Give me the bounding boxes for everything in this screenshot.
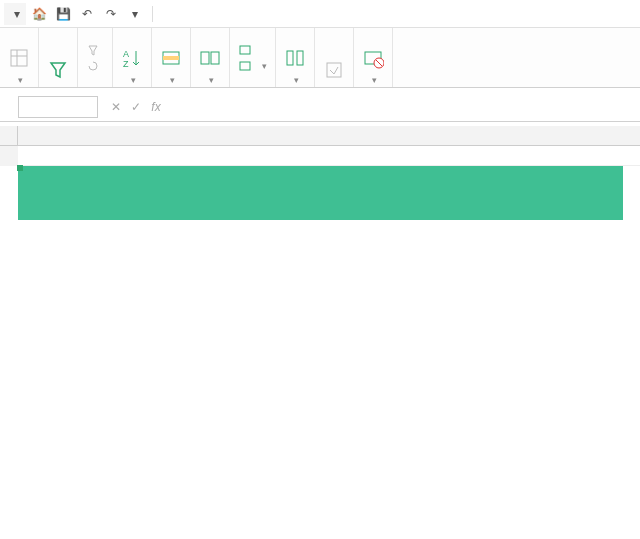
cells-area[interactable] bbox=[18, 146, 640, 166]
formula-input[interactable] bbox=[166, 96, 640, 118]
svg-rect-9 bbox=[240, 46, 250, 54]
title-banner bbox=[18, 166, 623, 220]
autofilter-button[interactable] bbox=[39, 28, 78, 87]
reapply-button[interactable] bbox=[86, 59, 104, 73]
delete-duplicates-button[interactable] bbox=[238, 43, 267, 57]
redo-icon[interactable]: ↷ bbox=[100, 3, 122, 25]
menubar: ▾ 🏠 💾 ↶ ↷ ▾ bbox=[0, 0, 640, 28]
show-all-button[interactable] bbox=[86, 43, 104, 57]
accept-formula-icon[interactable]: ✓ bbox=[126, 100, 146, 114]
svg-text:Z: Z bbox=[123, 59, 129, 69]
undo-icon[interactable]: ↶ bbox=[76, 3, 98, 25]
smart-fill-button[interactable] bbox=[315, 28, 354, 87]
formula-bar: ✕ ✓ fx bbox=[0, 92, 640, 122]
fx-icon[interactable]: fx bbox=[146, 100, 166, 114]
svg-rect-6 bbox=[163, 56, 179, 60]
svg-text:A: A bbox=[123, 49, 129, 59]
split-column-button[interactable] bbox=[276, 28, 315, 87]
row-headers[interactable] bbox=[0, 146, 18, 166]
save-icon[interactable]: 💾 bbox=[52, 3, 74, 25]
sort-button[interactable]: AZ bbox=[113, 28, 152, 87]
svg-rect-13 bbox=[327, 63, 341, 77]
qat-dropdown-icon[interactable]: ▾ bbox=[124, 3, 146, 25]
home-icon[interactable]: 🏠 bbox=[28, 3, 50, 25]
svg-rect-10 bbox=[240, 62, 250, 70]
name-box[interactable] bbox=[18, 96, 98, 118]
column-headers[interactable] bbox=[0, 126, 640, 146]
svg-rect-12 bbox=[297, 51, 303, 65]
sheet-area bbox=[0, 126, 640, 166]
svg-rect-8 bbox=[211, 52, 219, 64]
ribbon: AZ bbox=[0, 28, 640, 88]
svg-rect-7 bbox=[201, 52, 209, 64]
file-menu[interactable]: ▾ bbox=[4, 3, 26, 25]
reject-duplicates-button[interactable] bbox=[238, 59, 267, 73]
highlight-duplicates-button[interactable] bbox=[152, 28, 191, 87]
pivot-table-button[interactable] bbox=[0, 28, 39, 87]
svg-rect-11 bbox=[287, 51, 293, 65]
svg-rect-0 bbox=[11, 50, 27, 66]
validation-button[interactable] bbox=[354, 28, 393, 87]
data-compare-button[interactable] bbox=[191, 28, 230, 87]
cancel-formula-icon[interactable]: ✕ bbox=[106, 100, 126, 114]
